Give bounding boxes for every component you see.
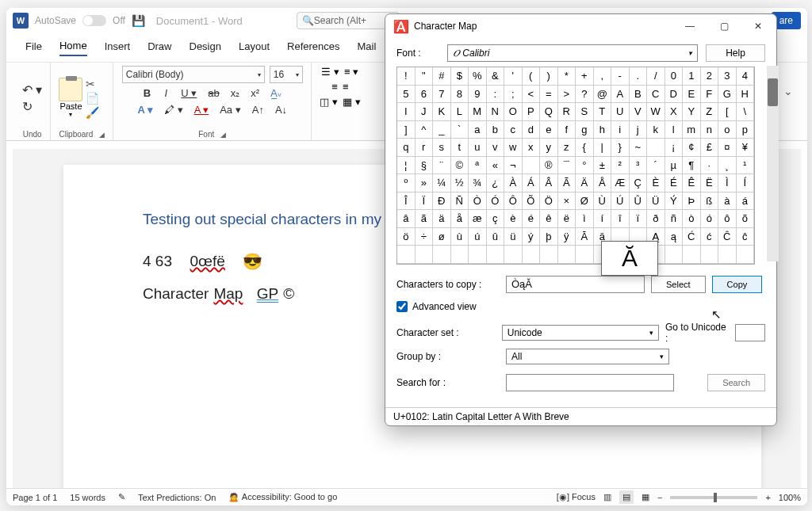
autosave-toggle[interactable] xyxy=(82,15,106,26)
char-cell[interactable]: ü xyxy=(504,228,523,246)
superscript-button[interactable]: x² xyxy=(247,86,262,100)
char-cell[interactable]: ® xyxy=(540,157,558,175)
scrollbar-thumb[interactable] xyxy=(768,78,778,106)
bullets-button[interactable]: ☰ ▾ xyxy=(321,66,339,78)
tab-insert[interactable]: Insert xyxy=(105,40,131,55)
char-cell[interactable]: v xyxy=(487,139,505,157)
char-cell[interactable]: Î xyxy=(397,193,416,211)
char-cell[interactable]: l xyxy=(665,121,684,139)
char-cell[interactable]: © xyxy=(451,157,469,175)
char-cell[interactable]: ¯ xyxy=(558,157,576,175)
char-cell[interactable]: q xyxy=(397,139,416,157)
focus-button[interactable]: [◉] Focus xyxy=(557,492,596,502)
char-cell[interactable] xyxy=(701,246,719,264)
char-cell[interactable]: y xyxy=(540,139,558,157)
read-mode-icon[interactable]: ▥ xyxy=(603,492,611,502)
char-cell[interactable]: ć xyxy=(701,228,719,246)
char-cell[interactable]: ã xyxy=(416,210,434,228)
char-cell[interactable]: U xyxy=(611,103,630,121)
char-cell[interactable] xyxy=(469,246,487,264)
char-cell[interactable]: : xyxy=(487,86,505,104)
zoom-out-button[interactable]: − xyxy=(657,493,662,502)
char-cell[interactable]: s xyxy=(433,139,451,157)
char-cell[interactable]: | xyxy=(594,139,612,157)
char-cell[interactable]: Ù xyxy=(594,193,612,211)
char-cell[interactable]: @ xyxy=(594,86,612,104)
char-cell[interactable]: Ç xyxy=(630,174,648,193)
zoom-level[interactable]: 100% xyxy=(779,493,801,502)
char-cell[interactable]: Ā xyxy=(576,228,594,246)
subscript-button[interactable]: x₂ xyxy=(228,86,243,100)
char-cell[interactable]: c xyxy=(504,121,523,139)
char-cell[interactable]: ò xyxy=(683,210,701,228)
spell-check-icon[interactable]: ✎ xyxy=(118,492,125,502)
zoom-slider[interactable] xyxy=(670,496,757,499)
char-cell[interactable] xyxy=(416,246,434,264)
char-cell[interactable]: g xyxy=(576,121,594,139)
char-cell[interactable]: â xyxy=(397,210,416,228)
grid-scrollbar[interactable] xyxy=(767,66,779,261)
tab-file[interactable]: File xyxy=(25,40,42,55)
char-cell[interactable]: ° xyxy=(576,157,594,175)
char-cell[interactable]: å xyxy=(451,210,469,228)
char-cell[interactable]: é xyxy=(523,210,541,228)
char-cell[interactable]: ' xyxy=(504,67,523,86)
status-accessibility[interactable]: 🙍 Accessibility: Good to go xyxy=(228,492,337,502)
char-cell[interactable]: Á xyxy=(523,174,541,193)
text-effects-button[interactable]: A̲ᵥ xyxy=(267,86,285,100)
char-cell[interactable]: i xyxy=(611,121,630,139)
char-cell[interactable]: 7 xyxy=(433,86,451,104)
char-cell[interactable]: Ý xyxy=(665,193,684,211)
char-cell[interactable]: d xyxy=(523,121,541,139)
charset-select[interactable]: Unicode▾ xyxy=(502,325,659,341)
char-cell[interactable]: O xyxy=(504,103,523,121)
char-cell[interactable]: 9 xyxy=(469,86,487,104)
undo-button[interactable]: ↶ ▾ xyxy=(22,82,42,97)
char-cell[interactable]: # xyxy=(433,67,451,86)
char-cell[interactable]: u xyxy=(469,139,487,157)
font-color-button[interactable]: A ▾ xyxy=(191,103,213,116)
font-select[interactable]: 𝑂 Calibri ▾ xyxy=(447,44,698,62)
char-cell[interactable]: " xyxy=(416,67,434,86)
char-cell[interactable]: ą xyxy=(665,228,684,246)
char-cell[interactable]: r xyxy=(416,139,434,157)
char-cell[interactable]: ë xyxy=(558,210,576,228)
char-cell[interactable]: - xyxy=(611,67,630,86)
char-cell[interactable] xyxy=(487,246,505,264)
char-cell[interactable]: Ø xyxy=(576,193,594,211)
char-cell[interactable]: ð xyxy=(647,210,665,228)
char-cell[interactable]: ³ xyxy=(630,157,648,175)
char-cell[interactable]: Ö xyxy=(540,193,558,211)
char-cell[interactable]: D xyxy=(665,86,684,104)
maximize-button[interactable]: ▢ xyxy=(714,17,735,35)
char-cell[interactable]: I xyxy=(397,103,416,121)
char-cell[interactable]: 2 xyxy=(701,67,719,86)
char-cell[interactable]: ø xyxy=(433,228,451,246)
char-cell[interactable]: ¶ xyxy=(683,157,701,175)
align-center-button[interactable]: ≡ xyxy=(343,81,349,93)
italic-button[interactable]: I xyxy=(159,86,173,100)
status-predictions[interactable]: Text Predictions: On xyxy=(138,493,216,502)
close-button[interactable]: ✕ xyxy=(748,17,768,35)
text-effects2-button[interactable]: A ▾ xyxy=(134,103,156,116)
search-input-charmap[interactable] xyxy=(506,374,674,391)
char-cell[interactable]: M xyxy=(469,103,487,121)
highlight-button[interactable]: 🖍 ▾ xyxy=(161,103,186,116)
search-button[interactable]: Search xyxy=(707,374,765,391)
char-cell[interactable]: S xyxy=(576,103,594,121)
char-cell[interactable]: ´ xyxy=(647,157,665,175)
char-cell[interactable]: ¿ xyxy=(487,174,505,193)
char-cell[interactable]: Ó xyxy=(487,193,505,211)
char-cell[interactable]: , xyxy=(594,67,612,86)
char-cell[interactable]: R xyxy=(558,103,576,121)
char-cell[interactable]: Ć xyxy=(683,228,701,246)
char-cell[interactable] xyxy=(540,246,558,264)
char-cell[interactable]: ù xyxy=(451,228,469,246)
char-cell[interactable]: V xyxy=(630,103,648,121)
format-painter-icon[interactable]: 🖌️ xyxy=(86,106,99,119)
char-cell[interactable]: ¥ xyxy=(737,139,755,157)
char-cell[interactable]: T xyxy=(594,103,612,121)
char-cell[interactable]: 0 xyxy=(665,67,684,86)
character-grid[interactable]: !"#$%&'()*+,-./0123456789:;<=>?@ABCDEFGH… xyxy=(397,67,754,264)
paste-button[interactable]: Paste ▾ xyxy=(59,78,82,118)
